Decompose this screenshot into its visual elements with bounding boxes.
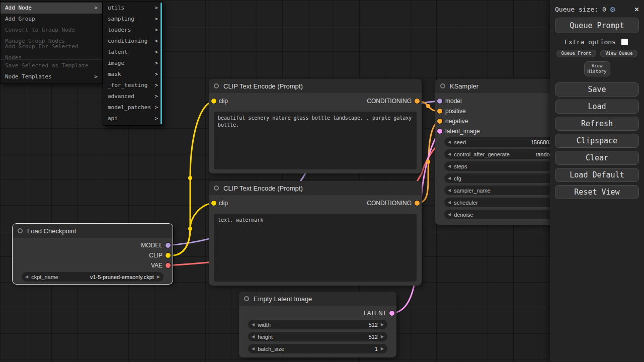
widget-batch-size[interactable]: ◀ batch_size 1 ▶ [248,344,387,353]
extra-options-checkbox[interactable] [621,39,628,45]
decrement-arrow-icon[interactable]: ◀ [448,200,451,205]
input-label: clip [219,98,228,105]
load-button[interactable]: Load [555,100,639,114]
collapse-toggle-icon[interactable] [244,296,249,301]
decrement-arrow-icon[interactable]: ◀ [252,334,255,339]
submenu-item-api[interactable]: api > [103,113,163,124]
view-queue-button[interactable]: View Queue [600,50,637,57]
queue-prompt-button[interactable]: Queue Prompt [555,18,639,33]
decrement-arrow-icon[interactable]: ◀ [252,322,255,327]
close-menu-icon[interactable]: ✕ [634,6,639,13]
menu-item-add-group-for-selected: Add Group For Selected Nodes [1,47,102,58]
output-slot-latent[interactable] [389,311,394,316]
node-title-bar[interactable]: Load Checkpoint [13,224,173,238]
link-midpoint-dot [426,104,430,108]
clipspace-button[interactable]: Clipspace [555,134,639,148]
settings-gear-icon[interactable]: ⚙ [610,5,615,14]
context-menu: Add Node > Add Group Convert to Group No… [0,1,103,84]
output-slot-vae[interactable] [166,263,171,268]
submenu-item-sampling[interactable]: sampling > [103,14,163,25]
node-title: KSampler [450,82,478,90]
link-midpoint-dot [188,176,192,180]
input-slot-clip[interactable] [211,201,216,206]
node-title: Empty Latent Image [254,295,312,303]
refresh-button[interactable]: Refresh [555,117,639,131]
node-title: Load Checkpoint [27,227,76,235]
submenu-arrow-icon: > [154,36,158,47]
queue-front-button[interactable]: Queue Front [556,50,597,57]
node-title-bar[interactable]: CLIP Text Encode (Prompt) [209,181,422,195]
submenu-arrow-icon: > [94,71,98,82]
decrement-arrow-icon[interactable]: ◀ [252,346,255,351]
submenu-item-latent[interactable]: latent > [103,47,163,58]
submenu-arrow-icon: > [154,69,158,80]
increment-arrow-icon[interactable]: ▶ [381,346,384,351]
node-empty-latent-image[interactable]: Empty Latent Image LATENT ◀ width 512 ▶ … [239,292,396,357]
submenu-item-loaders[interactable]: loaders > [103,25,163,36]
output-slot-conditioning[interactable] [415,99,420,104]
decrement-arrow-icon[interactable]: ◀ [448,140,451,144]
collapse-toggle-icon[interactable] [214,83,219,88]
save-button[interactable]: Save [555,82,639,97]
output-slot-conditioning[interactable] [415,201,420,206]
menu-item-add-node[interactable]: Add Node > [1,3,102,14]
submenu-item-mask[interactable]: mask > [103,69,163,80]
submenu-item-for-testing[interactable]: _for_testing > [103,80,163,91]
output-slot-model[interactable] [166,243,171,248]
input-slot-model[interactable] [437,99,442,104]
prev-option-arrow-icon[interactable]: ◀ [25,275,28,279]
submenu-arrow-icon: > [154,25,158,36]
decrement-arrow-icon[interactable]: ◀ [448,188,451,193]
prompt-text-input[interactable]: text, watermark [214,214,417,282]
graph-canvas[interactable]: CLIP Text Encode (Prompt) clip CONDITION… [0,0,644,362]
collapse-toggle-icon[interactable] [214,186,219,191]
node-title-bar[interactable]: CLIP Text Encode (Prompt) [209,79,422,93]
node-clip-text-encode-1[interactable]: CLIP Text Encode (Prompt) clip CONDITION… [209,79,422,173]
decrement-arrow-icon[interactable]: ◀ [448,164,451,168]
wire-clip-2 [174,203,213,255]
submenu-item-utils[interactable]: utils > [103,3,163,14]
collapse-toggle-icon[interactable] [440,83,445,88]
submenu-arrow-icon: > [154,47,158,58]
widget-width[interactable]: ◀ width 512 ▶ [248,320,387,329]
input-label: latent_image [445,128,480,135]
submenu-item-advanced[interactable]: advanced > [103,91,163,102]
decrement-arrow-icon[interactable]: ◀ [448,152,451,156]
submenu-arrow-icon: > [154,102,158,113]
output-slot-clip[interactable] [166,253,171,258]
menu-item-node-templates[interactable]: Node Templates > [1,71,102,82]
prompt-text-input[interactable]: beautiful scenery nature glass bottle la… [214,112,417,169]
widget-ckpt-name[interactable]: ◀ ckpt_name v1-5-pruned-emaonly.ckpt ▶ [22,272,164,282]
node-load-checkpoint[interactable]: Load Checkpoint MODEL CLIP VAE ◀ ckpt_na… [13,224,173,284]
increment-arrow-icon[interactable]: ▶ [381,334,384,339]
decrement-arrow-icon[interactable]: ◀ [448,176,451,180]
input-label: model [445,98,462,105]
node-clip-text-encode-2[interactable]: CLIP Text Encode (Prompt) clip CONDITION… [209,181,422,286]
submenu-scrollbar[interactable] [160,3,162,124]
increment-arrow-icon[interactable]: ▶ [381,322,384,327]
input-slot-negative[interactable] [437,119,442,124]
view-history-button[interactable]: View History [584,61,610,76]
node-title-bar[interactable]: Empty Latent Image [239,292,396,306]
submenu-item-model-patches[interactable]: model_patches > [103,102,163,113]
clear-button[interactable]: Clear [555,151,639,165]
comfy-menu-panel: Queue size: 0 ⚙ ✕ Queue Prompt Extra opt… [550,0,644,362]
node-title: CLIP Text Encode (Prompt) [223,185,303,192]
collapse-toggle-icon[interactable] [18,228,23,233]
next-option-arrow-icon[interactable]: ▶ [157,275,160,279]
widget-height[interactable]: ◀ height 512 ▶ [248,332,387,341]
output-label: CONDITIONING [367,200,412,207]
submenu-item-conditioning[interactable]: conditioning > [103,36,163,47]
input-slot-latent-image[interactable] [437,129,442,134]
input-slot-clip[interactable] [211,99,216,104]
output-label: MODEL [141,242,163,249]
menu-item-add-group[interactable]: Add Group [1,14,102,25]
submenu-item-image[interactable]: image > [103,58,163,69]
decrement-arrow-icon[interactable]: ◀ [448,212,451,217]
input-label: negative [445,118,468,125]
submenu-arrow-icon: > [154,3,158,14]
menu-item-save-selected-as-template: Save Selected as Template [1,59,102,71]
load-default-button[interactable]: Load Default [555,168,639,182]
reset-view-button[interactable]: Reset View [555,185,639,199]
input-slot-positive[interactable] [437,109,442,114]
